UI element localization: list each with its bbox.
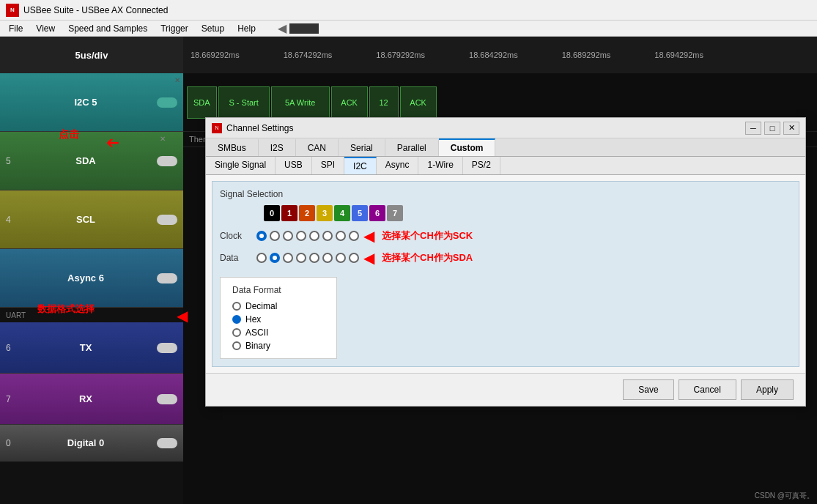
ch-num-1: 1 (281, 205, 297, 221)
dialog-window-controls[interactable]: ─ □ ✕ (745, 122, 799, 135)
data-radio-6[interactable] (336, 253, 346, 263)
ch-num-3: 3 (317, 205, 333, 221)
channel-toggle-dig[interactable] (157, 438, 177, 448)
cancel-button[interactable]: Cancel (679, 379, 736, 400)
tab2-i2c[interactable]: I2C (344, 157, 377, 174)
clock-radio-6[interactable] (336, 231, 346, 241)
dialog-close-btn[interactable]: ✕ (783, 122, 799, 135)
nav-back[interactable]: ◀ (278, 21, 286, 35)
wave-sda: SDA (187, 86, 217, 119)
dialog-maximize-btn[interactable]: □ (764, 122, 780, 135)
menu-view[interactable]: View (30, 22, 61, 35)
clock-radio-7[interactable] (349, 231, 359, 241)
dialog-minimize-btn[interactable]: ─ (745, 122, 761, 135)
tab2-async[interactable]: Async (377, 157, 419, 174)
menu-speed[interactable]: Speed and Samples (62, 22, 153, 35)
clock-radio-0[interactable] (256, 231, 267, 241)
ascii-radio[interactable] (232, 328, 241, 337)
tab-custom[interactable]: Custom (439, 138, 496, 156)
decimal-label: Decimal (245, 301, 277, 311)
channel-row-i2c[interactable]: I2C 5 ✕ (0, 73, 183, 132)
channel-row-scl[interactable]: 4 SCL (0, 190, 183, 249)
tab2-ps2[interactable]: PS/2 (463, 157, 500, 174)
tab-parallel[interactable]: Parallel (385, 138, 439, 156)
data-radio-7[interactable] (349, 253, 359, 263)
decimal-radio[interactable] (232, 302, 241, 311)
tab2-spi[interactable]: SPI (312, 157, 344, 174)
clock-radio-1[interactable] (270, 231, 280, 241)
tab2-single[interactable]: Single Signal (206, 157, 276, 174)
binary-radio[interactable] (232, 341, 241, 350)
clock-radio-2[interactable] (283, 231, 293, 241)
channel-row-dig[interactable]: 0 Digital 0 (0, 425, 183, 462)
menu-bar: File View Speed and Samples Trigger Setu… (0, 21, 817, 37)
apply-button[interactable]: Apply (741, 379, 794, 400)
clock-signal-row: Clock ◀ 选择某个CH作为SCK (220, 227, 791, 245)
timeline-ticks: 18.669292ms 18.674292ms 18.679292ms 18.6… (183, 37, 817, 73)
tab-i2s[interactable]: I2S (259, 138, 296, 156)
channel-label-i2c: I2C 5 (18, 97, 154, 108)
data-radio-3[interactable] (296, 253, 306, 263)
binary-label: Binary (245, 341, 270, 351)
tab-smbus[interactable]: SMBus (206, 138, 259, 156)
tab2-1wire[interactable]: 1-Wire (418, 157, 462, 174)
format-hex[interactable]: Hex (232, 314, 325, 325)
sck-annotation: 选择某个CH作为SCK (382, 229, 473, 242)
channel-label-scl: SCL (18, 214, 154, 225)
timeline-div-label: 5us/div (0, 37, 183, 73)
tab-serial[interactable]: Serial (339, 138, 385, 156)
channel-row-async[interactable]: Async 6 (0, 249, 183, 308)
click-arrow-icon: ➔ (106, 133, 119, 152)
channel-toggle-tx[interactable] (157, 343, 177, 353)
channel-settings-dialog: N Channel Settings ─ □ ✕ SMBus I2S CAN S… (205, 117, 806, 407)
sda-annotation: 选择某个CH作为SDA (382, 251, 473, 264)
hex-radio[interactable] (232, 315, 241, 324)
channel-numbers-row: 0 1 2 3 4 5 6 7 (264, 205, 791, 221)
app-icon: N (6, 4, 19, 17)
menu-help[interactable]: Help (232, 22, 262, 35)
ch-num-5: 5 (352, 205, 368, 221)
dialog-tab-row-2: Single Signal USB SPI I2C Async 1-Wire P… (206, 157, 805, 175)
channel-list: I2C 5 ✕ 5 SDA ✕ 4 SCL Async 6 (0, 73, 183, 504)
channel-toggle-scl[interactable] (157, 215, 177, 225)
channel-label-tx: TX (18, 342, 154, 353)
channel-toggle-async[interactable] (157, 273, 177, 284)
menu-trigger[interactable]: Trigger (155, 22, 194, 35)
menu-file[interactable]: File (3, 22, 29, 35)
data-radio-5[interactable] (322, 253, 333, 263)
clock-radio-3[interactable] (296, 231, 306, 241)
click-annotation: 点击 (59, 128, 79, 141)
data-radio-0[interactable] (256, 253, 267, 263)
ascii-label: ASCII (245, 327, 268, 338)
clock-radio-5[interactable] (322, 231, 333, 241)
data-format-box: Data Format Decimal Hex ASCII Binary (220, 277, 337, 359)
dialog-tab-row-1: SMBus I2S CAN Serial Parallel Custom (206, 138, 805, 157)
data-radio-4[interactable] (309, 253, 319, 263)
channel-row-sda[interactable]: 5 SDA ✕ (0, 132, 183, 190)
data-arrow-icon: ◀ (363, 249, 374, 267)
data-radio-1[interactable] (270, 253, 280, 263)
channel-row-tx[interactable]: 6 TX (0, 322, 183, 374)
menu-setup[interactable]: Setup (196, 22, 230, 35)
channel-toggle-sda[interactable] (157, 156, 177, 166)
dialog-app-icon: N (212, 123, 222, 133)
channel-toggle-i2c[interactable] (157, 97, 177, 108)
dialog-title-bar: N Channel Settings ─ □ ✕ (206, 118, 805, 138)
data-radio-2[interactable] (283, 253, 293, 263)
plus-sda[interactable]: ✕ (160, 135, 166, 143)
save-button[interactable]: Save (623, 379, 673, 400)
format-ascii[interactable]: ASCII (232, 327, 325, 338)
format-binary[interactable]: Binary (232, 341, 325, 351)
channel-row-rx[interactable]: 7 RX (0, 374, 183, 425)
wave-12: 12 (369, 86, 399, 119)
tab-can[interactable]: CAN (296, 138, 339, 156)
ch-num-7: 7 (387, 205, 403, 221)
wave-ack2: ACK (400, 86, 437, 119)
ch-num-0: 0 (264, 205, 280, 221)
clock-radio-4[interactable] (309, 231, 319, 241)
format-decimal[interactable]: Decimal (232, 301, 325, 311)
ch-num-2: 2 (299, 205, 315, 221)
tab2-usb[interactable]: USB (276, 157, 312, 174)
channel-toggle-rx[interactable] (157, 394, 177, 404)
plus-i2c[interactable]: ✕ (174, 76, 180, 84)
